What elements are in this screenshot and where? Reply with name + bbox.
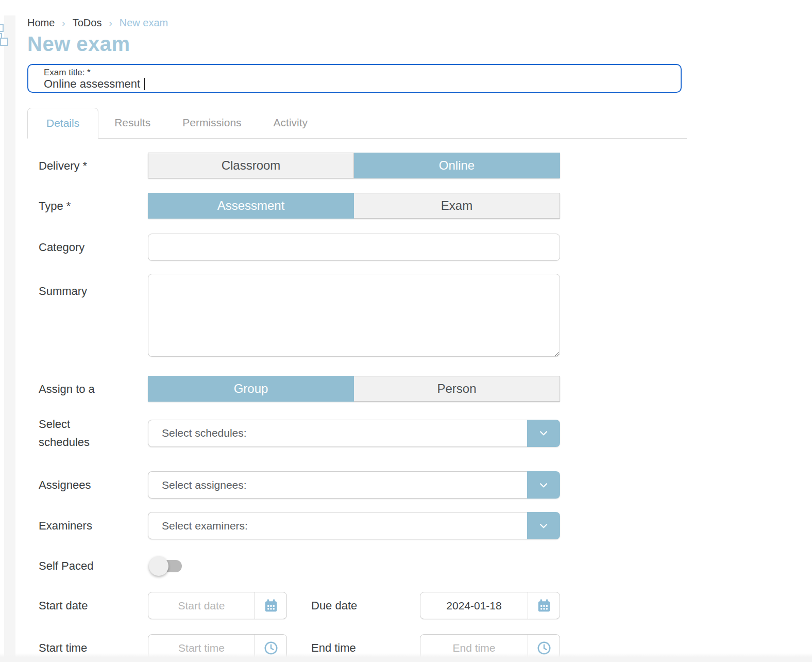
schedules-placeholder: Select schedules: <box>148 420 527 447</box>
delivery-classroom-button[interactable]: Classroom <box>148 153 354 178</box>
assign-person-button[interactable]: Person <box>354 376 560 402</box>
tab-activity[interactable]: Activity <box>258 107 324 138</box>
chevron-down-icon <box>537 426 550 440</box>
left-sidebar-rail <box>4 15 15 662</box>
calendar-icon <box>263 598 279 614</box>
start-date-calendar-button[interactable] <box>255 592 286 619</box>
self-paced-toggle[interactable] <box>152 560 182 572</box>
summary-textarea[interactable] <box>148 274 560 357</box>
delivery-online-button[interactable]: Online <box>354 153 560 178</box>
exam-title-label: Exam title: * <box>44 68 681 78</box>
assign-to-label: Assign to a <box>27 380 148 398</box>
breadcrumb-home[interactable]: Home <box>27 17 55 29</box>
schedules-dropdown-button[interactable] <box>527 420 560 447</box>
self-paced-label: Self Paced <box>27 557 148 575</box>
type-label: Type * <box>27 197 148 215</box>
assignees-select[interactable]: Select assignees: <box>148 471 560 499</box>
breadcrumb-separator-icon: › <box>62 18 65 29</box>
due-date-label: Due date <box>311 599 420 613</box>
due-date-input[interactable] <box>420 592 528 619</box>
examiners-placeholder: Select examiners: <box>148 512 527 539</box>
assign-to-toggle: Group Person <box>148 376 560 402</box>
calendar-icon <box>536 598 552 614</box>
start-date-label: Start date <box>27 597 148 615</box>
category-row: Category <box>27 234 687 261</box>
examiners-row: Examiners Select examiners: <box>27 512 687 539</box>
breadcrumb-todos[interactable]: ToDos <box>73 17 102 29</box>
breadcrumb-separator-icon: › <box>109 18 112 29</box>
examiners-label: Examiners <box>27 517 148 535</box>
type-exam-button[interactable]: Exam <box>354 193 560 219</box>
chevron-down-icon <box>537 478 550 492</box>
breadcrumb-new-exam[interactable]: New exam <box>120 17 168 29</box>
tab-details[interactable]: Details <box>27 108 98 139</box>
start-date-input[interactable] <box>148 592 255 619</box>
assign-to-row: Assign to a Group Person <box>27 376 687 402</box>
due-date-field <box>420 592 560 619</box>
assignees-row: Assignees Select assignees: <box>27 471 687 499</box>
due-date-calendar-button[interactable] <box>528 592 560 619</box>
start-date-field <box>148 592 287 619</box>
bottom-fade <box>0 653 812 662</box>
examiners-dropdown-button[interactable] <box>527 512 560 539</box>
type-row: Type * Assessment Exam <box>27 193 687 219</box>
page-title: New exam <box>27 32 687 55</box>
end-time-label: End time <box>311 641 420 655</box>
category-input[interactable] <box>148 234 560 261</box>
assignees-label: Assignees <box>27 476 148 494</box>
assignees-placeholder: Select assignees: <box>148 471 527 499</box>
delivery-label: Delivery * <box>27 157 148 175</box>
delivery-row: Delivery * Classroom Online <box>27 153 687 178</box>
exam-title-field[interactable]: Exam title: * Online assessment <box>27 64 682 93</box>
self-paced-row: Self Paced <box>27 557 687 575</box>
chevron-down-icon <box>537 519 550 533</box>
type-toggle: Assessment Exam <box>148 193 560 219</box>
assign-group-button[interactable]: Group <box>148 376 354 402</box>
org-chart-icon <box>0 24 9 47</box>
text-cursor <box>144 78 145 90</box>
breadcrumb: Home › ToDos › New exam <box>27 17 687 29</box>
tab-results[interactable]: Results <box>98 107 166 138</box>
summary-row: Summary <box>27 274 687 357</box>
schedules-row: Select schedules Select schedules: <box>27 415 687 451</box>
schedules-select[interactable]: Select schedules: <box>148 420 560 447</box>
exam-details-form: Delivery * Classroom Online Type * Asses… <box>27 153 687 661</box>
assignees-dropdown-button[interactable] <box>527 471 560 499</box>
toggle-knob <box>149 556 168 576</box>
examiners-select[interactable]: Select examiners: <box>148 512 560 539</box>
delivery-toggle: Classroom Online <box>148 153 560 178</box>
category-label: Category <box>27 238 148 256</box>
schedules-label: Select schedules <box>27 415 148 451</box>
tab-permissions[interactable]: Permissions <box>166 107 257 138</box>
exam-title-value: Online assessment <box>44 78 140 90</box>
tab-bar: Details Results Permissions Activity <box>27 107 687 139</box>
dates-row: Start date Due date <box>27 592 687 619</box>
summary-label: Summary <box>27 274 148 300</box>
type-assessment-button[interactable]: Assessment <box>148 193 354 219</box>
